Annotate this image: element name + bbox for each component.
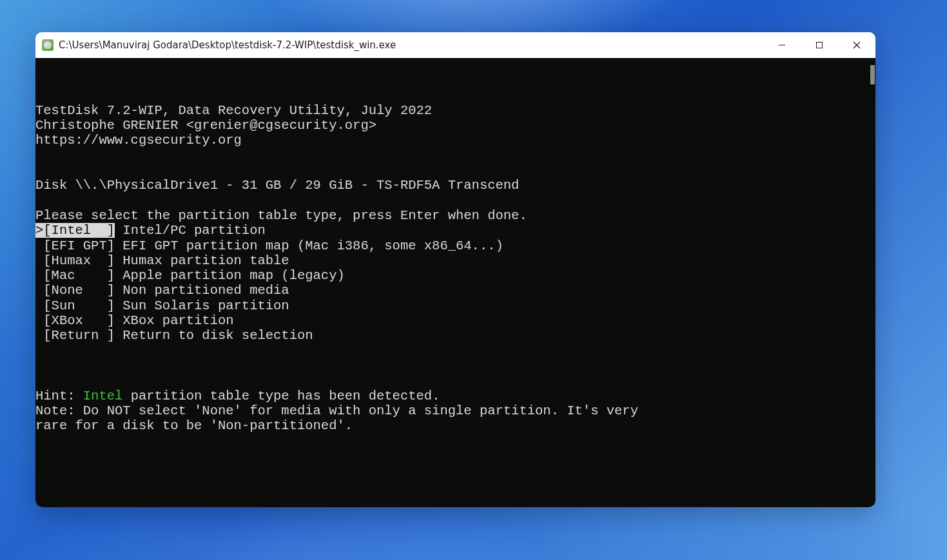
- scrollbar-thumb[interactable]: [870, 65, 875, 84]
- blank-line: [35, 163, 875, 178]
- close-button[interactable]: [838, 32, 875, 58]
- partition-option[interactable]: >[Intel ] Intel/PC partition: [35, 223, 875, 238]
- hint-line: Hint: Intel partition table type has bee…: [35, 389, 875, 403]
- terminal-output[interactable]: TestDisk 7.2-WIP, Data Recovery Utility,…: [35, 58, 875, 507]
- svg-rect-1: [817, 43, 823, 48]
- blank-line: [35, 193, 875, 208]
- note-line: Note: Do NOT select 'None' for media wit…: [35, 403, 875, 418]
- maximize-icon: [815, 41, 823, 49]
- minimize-button[interactable]: [763, 32, 801, 58]
- header-line: TestDisk 7.2-WIP, Data Recovery Utility,…: [35, 103, 875, 118]
- maximize-button[interactable]: [801, 32, 838, 58]
- partition-option[interactable]: [EFI GPT] EFI GPT partition map (Mac i38…: [35, 238, 875, 253]
- minimize-icon: [778, 41, 786, 49]
- partition-option[interactable]: [Sun ] Sun Solaris partition: [35, 298, 875, 313]
- app-icon: [42, 39, 54, 51]
- header-line: https://www.cgsecurity.org: [35, 133, 875, 148]
- partition-option[interactable]: [Return ] Return to disk selection: [35, 328, 875, 343]
- prompt-line: Please select the partition table type, …: [35, 208, 875, 223]
- partition-option[interactable]: [XBox ] XBox partition: [35, 313, 875, 328]
- header-line: Christophe GRENIER <grenier@cgsecurity.o…: [35, 118, 875, 133]
- note-line: rare for a disk to be 'Non-partitioned'.: [35, 418, 875, 433]
- blank-line: [35, 148, 875, 163]
- window-title: C:\Users\Manuviraj Godara\Desktop\testdi…: [59, 39, 763, 51]
- disk-info-line: Disk \\.\PhysicalDrive1 - 31 GB / 29 GiB…: [35, 178, 875, 193]
- partition-option[interactable]: [None ] Non partitioned media: [35, 283, 875, 298]
- close-icon: [853, 41, 861, 49]
- blank-line: [35, 343, 875, 358]
- titlebar[interactable]: C:\Users\Manuviraj Godara\Desktop\testdi…: [35, 32, 875, 58]
- console-window: C:\Users\Manuviraj Godara\Desktop\testdi…: [35, 32, 875, 507]
- partition-option[interactable]: [Mac ] Apple partition map (legacy): [35, 268, 875, 283]
- blank-line: [35, 358, 875, 373]
- blank-line: [35, 373, 875, 388]
- window-controls: [763, 32, 875, 58]
- partition-option[interactable]: [Humax ] Humax partition table: [35, 253, 875, 268]
